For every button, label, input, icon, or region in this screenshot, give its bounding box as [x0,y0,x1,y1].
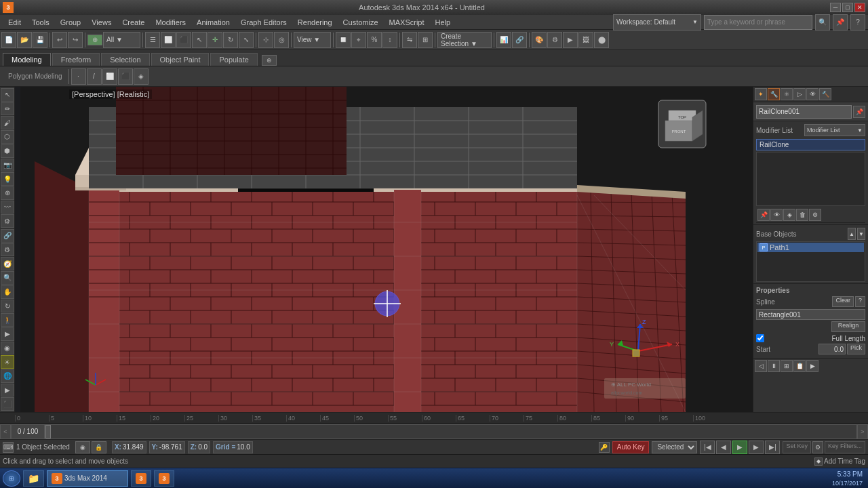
key-mode-dropdown[interactable]: Selected [652,441,697,453]
pin-object-icon[interactable]: 📌 [853,106,865,118]
select-by-name-button[interactable]: ☰ [145,32,160,48]
render-button[interactable]: 🖼 [578,32,593,48]
menu-create[interactable]: Create [117,17,150,28]
menu-views[interactable]: Views [86,17,117,28]
shape-tool[interactable]: ⬢ [1,144,14,158]
geometry-tool[interactable]: ⬡ [1,130,14,144]
go-end-button[interactable]: ▶| [765,441,780,454]
selection-filter-dropdown[interactable]: All ▼ [103,32,140,48]
make-unique-icon[interactable]: ◈ [783,209,795,221]
utility-panel-icon[interactable]: 🔨 [819,88,831,100]
clear-button[interactable]: Clear [832,296,854,307]
scale-button[interactable]: ⤡ [239,32,254,48]
angle-snap-button[interactable]: ⌖ [351,32,366,48]
rp-icon-3[interactable]: ⊞ [781,360,793,372]
camera-tool[interactable]: 📷 [1,159,14,172]
rotate-button[interactable]: ↻ [223,32,238,48]
menu-animation[interactable]: Animation [191,17,235,28]
pin-icon[interactable]: 📌 [833,14,848,30]
paint-tool[interactable]: 🖌 [1,116,14,129]
taskbar-3dsmax-1[interactable]: 3 3ds Max 2014 [47,470,128,487]
pin-stack-icon[interactable]: 📌 [757,209,770,221]
timeline-bar[interactable] [45,424,857,439]
set-key-button[interactable]: Set Key [783,441,811,453]
search-box[interactable]: Type a keyword or phrase [704,15,812,30]
expand-tabs-button[interactable]: ⊕ [262,55,277,66]
spline-value[interactable]: Rectangle001 [756,309,865,320]
reference-button[interactable]: ◎ [274,32,289,48]
move-button[interactable]: ✛ [208,32,222,48]
walk-tool[interactable]: 🚶 [1,313,14,327]
timeline-next-button[interactable]: > [857,424,868,439]
isolate-icon[interactable]: ◉ [75,441,90,453]
go-start-button[interactable]: |◀ [700,441,715,454]
border-button[interactable]: ⬜ [102,68,117,85]
menu-graph-editors[interactable]: Graph Editors [235,17,292,28]
tab-selection[interactable]: Selection [101,53,149,66]
schematic-view-button[interactable]: 🔗 [512,32,527,48]
key-filters-icon[interactable]: ⚙ [812,441,823,453]
pan-tool[interactable]: ✋ [1,285,14,299]
modifier-stack-entry[interactable]: RailClone [756,139,865,150]
start-value-input[interactable] [818,344,846,354]
select-region-button[interactable]: ⬜ [161,32,176,48]
window-crossing-button[interactable]: ⬛ [176,32,191,48]
render-setup-button[interactable]: ⚙ [547,32,562,48]
viewport[interactable]: [Perspective] [Realistic] [15,87,753,412]
freehand-tool[interactable]: ✏ [1,102,14,116]
menu-tools[interactable]: Tools [26,17,55,28]
timeline-marker[interactable] [45,425,51,439]
remove-modifier-icon[interactable]: 🗑 [796,209,808,221]
tab-populate[interactable]: Populate [210,53,257,66]
taskbar-3dsmax-2[interactable]: 3 [131,470,151,487]
element-button[interactable]: ◈ [134,68,149,85]
menu-rendering[interactable]: Rendering [292,17,338,28]
open-file-button[interactable]: 📂 [17,32,32,48]
minimize-button[interactable]: ─ [830,3,841,12]
align-button[interactable]: ⊞ [418,32,433,48]
tab-modeling[interactable]: Modeling [3,53,51,66]
system-tool[interactable]: ⚙ [1,214,14,228]
view-dropdown[interactable]: View ▼ [294,32,331,48]
space-warp-tool[interactable]: 〰 [1,201,14,214]
full-length-checkbox[interactable] [756,334,764,342]
spinner-snap-button[interactable]: ↕ [382,32,397,48]
render-frame-button[interactable]: ▶ [563,32,578,48]
select-tool[interactable]: ↖ [1,88,14,102]
sun-tool[interactable]: ☀ [1,355,14,369]
taskbar-3dsmax-3[interactable]: 3 [154,470,174,487]
redo-button[interactable]: ↪ [68,32,83,48]
create-panel-icon[interactable]: ✦ [755,88,767,100]
timeline-prev-button[interactable]: < [0,424,11,439]
play-btn-left[interactable]: ▶ [1,384,14,397]
rp-icon-5[interactable]: ▶ [806,360,818,372]
pick-button[interactable]: Pick [847,344,865,354]
maximize-button[interactable]: □ [842,3,853,12]
scroll-down-icon[interactable]: ▼ [857,228,865,240]
schematic-view-tool[interactable]: 🔗 [1,229,14,243]
helper-tool[interactable]: ⊕ [1,186,14,200]
rp-icon-2[interactable]: ⏸ [768,360,780,372]
snap-toggle-button[interactable]: 🔲 [336,32,351,48]
display-panel-icon[interactable]: 👁 [806,88,818,100]
vertex-button[interactable]: · [71,68,86,85]
help-button[interactable]: ? [855,296,865,307]
show-all-icon[interactable]: 👁 [770,209,783,221]
start-button[interactable]: ⊞ [3,470,20,487]
mirror-button[interactable]: ⇋ [402,32,417,48]
menu-customize[interactable]: Customize [338,17,384,28]
taskbar-file-explorer[interactable]: 📁 [23,470,44,487]
search-icon[interactable]: 🔍 [815,14,830,30]
save-file-button[interactable]: 💾 [33,32,47,48]
base-object-item[interactable]: P Path1 [757,243,864,252]
tab-object-paint[interactable]: Object Paint [151,53,210,66]
tab-freeform[interactable]: Freeform [52,53,100,66]
material-editor-button[interactable]: 🎨 [532,32,547,48]
square-btn-left[interactable]: ⬛ [1,397,14,411]
scroll-up-icon[interactable]: ▲ [848,228,856,240]
lock-selection-icon[interactable]: 🔒 [92,441,106,453]
navigation-control[interactable]: 🧭 [1,257,14,270]
new-file-button[interactable]: 📄 [1,32,16,48]
named-selection-dropdown[interactable]: Create Selection ▼ [437,32,492,48]
next-frame-button[interactable]: ▶ [749,441,764,454]
